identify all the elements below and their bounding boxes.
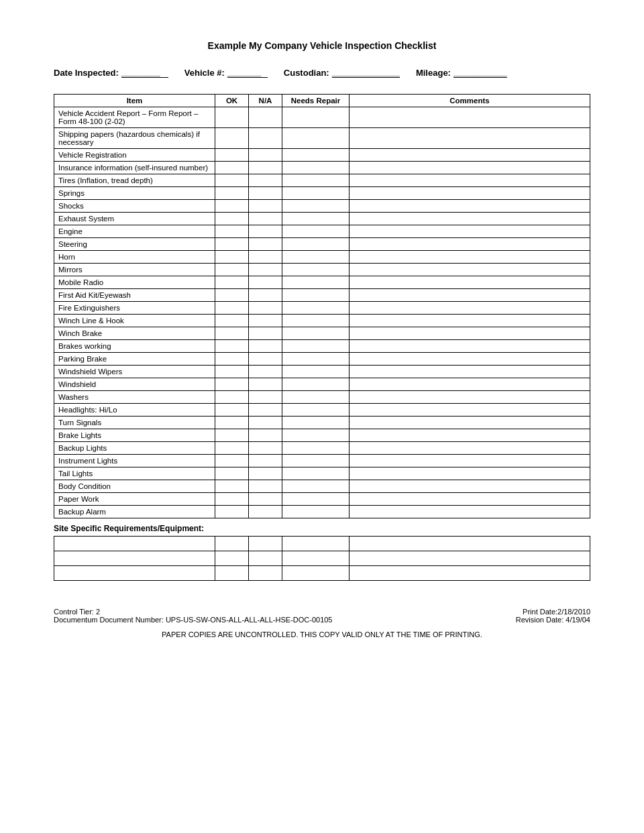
row-na-30[interactable]	[249, 506, 282, 518]
row-na-18[interactable]	[249, 353, 282, 366]
row-repair-23[interactable]	[282, 416, 350, 429]
row-repair-21[interactable]	[282, 391, 350, 404]
row-repair-3[interactable]	[282, 162, 350, 174]
row-repair-4[interactable]	[282, 174, 350, 187]
row-comments-18[interactable]	[350, 353, 590, 366]
row-repair-25[interactable]	[282, 442, 350, 455]
row-ok-2[interactable]	[215, 149, 249, 162]
row-comments-19[interactable]	[350, 366, 590, 378]
row-ok-16[interactable]	[215, 327, 249, 340]
row-na-11[interactable]	[249, 264, 282, 276]
row-comments-30[interactable]	[350, 506, 590, 518]
row-comments-12[interactable]	[350, 276, 590, 289]
row-ok-0[interactable]	[215, 107, 249, 128]
row-ok-1[interactable]	[215, 128, 249, 149]
row-na-8[interactable]	[249, 225, 282, 238]
row-na-12[interactable]	[249, 276, 282, 289]
row-ok-10[interactable]	[215, 251, 249, 264]
row-na-0[interactable]	[249, 107, 282, 128]
row-ok-8[interactable]	[215, 225, 249, 238]
row-na-9[interactable]	[249, 238, 282, 251]
row-repair-22[interactable]	[282, 404, 350, 416]
row-comments-28[interactable]	[350, 480, 590, 493]
row-na-25[interactable]	[249, 442, 282, 455]
row-ok-15[interactable]	[215, 315, 249, 327]
row-comments-1[interactable]	[350, 128, 590, 149]
row-comments-13[interactable]	[350, 289, 590, 302]
row-na-13[interactable]	[249, 289, 282, 302]
row-repair-15[interactable]	[282, 315, 350, 327]
row-repair-5[interactable]	[282, 187, 350, 200]
row-comments-4[interactable]	[350, 174, 590, 187]
row-ok-29[interactable]	[215, 493, 249, 506]
row-repair-7[interactable]	[282, 213, 350, 225]
row-repair-18[interactable]	[282, 353, 350, 366]
row-na-3[interactable]	[249, 162, 282, 174]
row-comments-0[interactable]	[350, 107, 590, 128]
row-repair-24[interactable]	[282, 429, 350, 442]
row-comments-9[interactable]	[350, 238, 590, 251]
row-comments-8[interactable]	[350, 225, 590, 238]
row-ok-23[interactable]	[215, 416, 249, 429]
row-ok-17[interactable]	[215, 340, 249, 353]
row-comments-24[interactable]	[350, 429, 590, 442]
row-repair-28[interactable]	[282, 480, 350, 493]
row-comments-16[interactable]	[350, 327, 590, 340]
row-repair-17[interactable]	[282, 340, 350, 353]
row-repair-11[interactable]	[282, 264, 350, 276]
row-repair-8[interactable]	[282, 225, 350, 238]
row-comments-17[interactable]	[350, 340, 590, 353]
row-ok-9[interactable]	[215, 238, 249, 251]
row-comments-26[interactable]	[350, 455, 590, 467]
row-ok-24[interactable]	[215, 429, 249, 442]
row-na-6[interactable]	[249, 200, 282, 213]
row-comments-14[interactable]	[350, 302, 590, 315]
row-repair-0[interactable]	[282, 107, 350, 128]
row-repair-29[interactable]	[282, 493, 350, 506]
row-ok-26[interactable]	[215, 455, 249, 467]
row-ok-4[interactable]	[215, 174, 249, 187]
row-na-15[interactable]	[249, 315, 282, 327]
row-repair-26[interactable]	[282, 455, 350, 467]
row-repair-9[interactable]	[282, 238, 350, 251]
row-ok-12[interactable]	[215, 276, 249, 289]
row-na-27[interactable]	[249, 467, 282, 480]
row-comments-23[interactable]	[350, 416, 590, 429]
row-na-22[interactable]	[249, 404, 282, 416]
row-na-19[interactable]	[249, 366, 282, 378]
row-ok-5[interactable]	[215, 187, 249, 200]
row-comments-20[interactable]	[350, 378, 590, 391]
row-ok-28[interactable]	[215, 480, 249, 493]
row-comments-27[interactable]	[350, 467, 590, 480]
row-ok-25[interactable]	[215, 442, 249, 455]
row-comments-10[interactable]	[350, 251, 590, 264]
row-repair-12[interactable]	[282, 276, 350, 289]
row-repair-6[interactable]	[282, 200, 350, 213]
row-repair-10[interactable]	[282, 251, 350, 264]
row-ok-19[interactable]	[215, 366, 249, 378]
row-ok-11[interactable]	[215, 264, 249, 276]
row-repair-20[interactable]	[282, 378, 350, 391]
row-ok-21[interactable]	[215, 391, 249, 404]
row-repair-19[interactable]	[282, 366, 350, 378]
row-ok-20[interactable]	[215, 378, 249, 391]
row-comments-3[interactable]	[350, 162, 590, 174]
row-na-28[interactable]	[249, 480, 282, 493]
row-na-21[interactable]	[249, 391, 282, 404]
row-na-5[interactable]	[249, 187, 282, 200]
row-comments-15[interactable]	[350, 315, 590, 327]
row-comments-11[interactable]	[350, 264, 590, 276]
row-repair-30[interactable]	[282, 506, 350, 518]
row-na-24[interactable]	[249, 429, 282, 442]
row-comments-21[interactable]	[350, 391, 590, 404]
row-repair-14[interactable]	[282, 302, 350, 315]
row-comments-7[interactable]	[350, 213, 590, 225]
row-ok-14[interactable]	[215, 302, 249, 315]
row-ok-30[interactable]	[215, 506, 249, 518]
row-comments-6[interactable]	[350, 200, 590, 213]
row-na-10[interactable]	[249, 251, 282, 264]
row-comments-29[interactable]	[350, 493, 590, 506]
row-na-1[interactable]	[249, 128, 282, 149]
row-comments-25[interactable]	[350, 442, 590, 455]
row-repair-1[interactable]	[282, 128, 350, 149]
